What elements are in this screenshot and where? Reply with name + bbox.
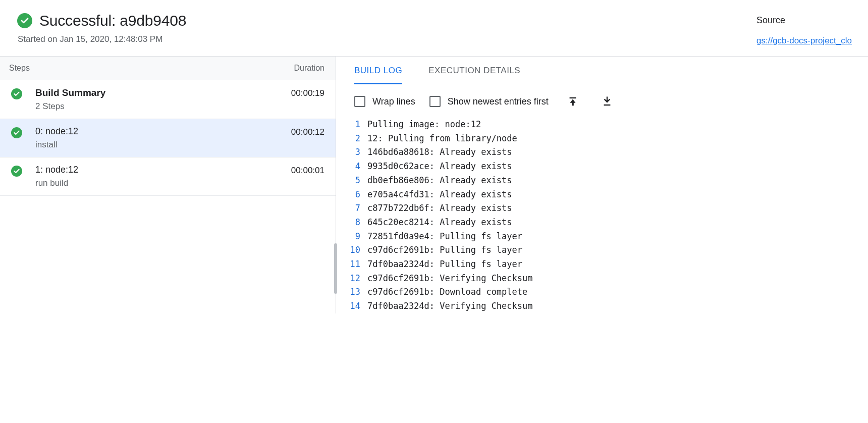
log-line: 13c97d6cf2691b: Download complete xyxy=(347,285,868,299)
log-text: 72851fd0a9e4: Pulling fs layer xyxy=(367,230,522,244)
scroll-top-button[interactable] xyxy=(563,91,583,112)
log-text: c877b722db6f: Already exists xyxy=(367,201,512,216)
wrap-lines-checkbox[interactable]: Wrap lines xyxy=(354,96,415,107)
log-line: 12c97d6cf2691b: Verifying Checksum xyxy=(347,272,868,286)
step-row-1[interactable]: 1: node:12 run build 00:00:01 xyxy=(0,157,336,196)
log-line: 147df0baa2324d: Verifying Checksum xyxy=(347,299,868,313)
step-duration: 00:00:12 xyxy=(291,126,324,137)
line-number: 1 xyxy=(347,118,367,132)
log-line: 117df0baa2324d: Pulling fs layer xyxy=(347,257,868,272)
log-text: c97d6cf2691b: Verifying Checksum xyxy=(367,272,533,286)
success-icon xyxy=(17,13,32,28)
log-line: 3146bd6a88618: Already exists xyxy=(347,145,868,160)
line-number: 6 xyxy=(347,188,367,202)
log-line: 7c877b722db6f: Already exists xyxy=(347,201,868,216)
tabs: BUILD LOG EXECUTION DETAILS xyxy=(336,57,868,84)
log-text: 146bd6a88618: Already exists xyxy=(367,145,512,160)
success-icon xyxy=(11,166,22,177)
log-line: 49935d0c62ace: Already exists xyxy=(347,160,868,174)
build-summary-row[interactable]: Build Summary 2 Steps 00:00:19 xyxy=(0,80,336,119)
line-number: 4 xyxy=(347,160,367,174)
step-title: 1: node:12 xyxy=(35,165,291,175)
log-line: 1Pulling image: node:12 xyxy=(347,118,868,132)
svg-rect-1 xyxy=(604,104,610,105)
log-text: 645c20ec8214: Already exists xyxy=(367,216,512,230)
log-line: 8645c20ec8214: Already exists xyxy=(347,216,868,230)
log-text: Pulling image: node:12 xyxy=(367,118,481,132)
step-title: Build Summary xyxy=(35,87,291,98)
step-title: 0: node:12 xyxy=(35,126,291,137)
started-timestamp: Started on Jan 15, 2020, 12:48:03 PM xyxy=(18,34,186,44)
step-subtitle: run build xyxy=(35,178,291,188)
checkbox-icon xyxy=(354,96,365,107)
source-label: Source xyxy=(756,15,852,26)
log-text: e705a4c4fd31: Already exists xyxy=(367,188,512,202)
duration-col-header: Duration xyxy=(294,64,324,73)
step-subtitle: 2 Steps xyxy=(35,101,291,112)
log-line: 972851fd0a9e4: Pulling fs layer xyxy=(347,230,868,244)
steps-panel: Steps Duration Build Summary 2 Steps 00:… xyxy=(0,57,336,313)
tab-execution-details[interactable]: EXECUTION DETAILS xyxy=(428,57,520,84)
wrap-lines-label: Wrap lines xyxy=(372,96,415,107)
line-number: 5 xyxy=(347,174,367,188)
line-number: 8 xyxy=(347,216,367,230)
log-output[interactable]: 1Pulling image: node:12212: Pulling from… xyxy=(336,118,868,313)
step-duration: 00:00:01 xyxy=(291,165,324,176)
log-text: db0efb86e806: Already exists xyxy=(367,174,512,188)
log-panel: BUILD LOG EXECUTION DETAILS Wrap lines S… xyxy=(336,57,868,313)
step-duration: 00:00:19 xyxy=(291,87,324,98)
step-row-0[interactable]: 0: node:12 install 00:00:12 xyxy=(0,119,336,157)
svg-rect-0 xyxy=(569,97,576,98)
scrollbar-thumb[interactable] xyxy=(334,243,337,294)
source-link[interactable]: gs://gcb-docs-project_clo xyxy=(756,36,852,46)
line-number: 13 xyxy=(347,285,367,299)
line-number: 11 xyxy=(347,257,367,272)
log-text: 7df0baa2324d: Pulling fs layer xyxy=(367,257,522,272)
log-line: 5db0efb86e806: Already exists xyxy=(347,174,868,188)
log-line: 10c97d6cf2691b: Pulling fs layer xyxy=(347,243,868,257)
step-subtitle: install xyxy=(35,140,291,150)
log-text: 9935d0c62ace: Already exists xyxy=(367,160,512,174)
newest-first-label: Show newest entries first xyxy=(448,96,549,107)
line-number: 7 xyxy=(347,201,367,216)
log-text: 7df0baa2324d: Verifying Checksum xyxy=(367,299,533,313)
log-text: c97d6cf2691b: Pulling fs layer xyxy=(367,243,522,257)
log-line: 212: Pulling from library/node xyxy=(347,132,868,146)
line-number: 12 xyxy=(347,272,367,286)
line-number: 3 xyxy=(347,145,367,160)
line-number: 9 xyxy=(347,230,367,244)
steps-col-header: Steps xyxy=(9,64,30,73)
log-text: 12: Pulling from library/node xyxy=(367,132,517,146)
log-toolbar: Wrap lines Show newest entries first xyxy=(336,84,868,118)
log-line: 6e705a4c4fd31: Already exists xyxy=(347,188,868,202)
page-title: Successful: a9db9408 xyxy=(39,12,186,29)
log-text: c97d6cf2691b: Download complete xyxy=(367,285,527,299)
build-header: Successful: a9db9408 Started on Jan 15, … xyxy=(0,0,868,56)
line-number: 2 xyxy=(347,132,367,146)
line-number: 10 xyxy=(347,243,367,257)
checkbox-icon xyxy=(429,96,441,107)
download-button[interactable] xyxy=(597,91,617,112)
tab-build-log[interactable]: BUILD LOG xyxy=(354,57,402,84)
success-icon xyxy=(11,88,22,99)
success-icon xyxy=(11,127,22,138)
newest-first-checkbox[interactable]: Show newest entries first xyxy=(429,96,549,107)
line-number: 14 xyxy=(347,299,367,313)
